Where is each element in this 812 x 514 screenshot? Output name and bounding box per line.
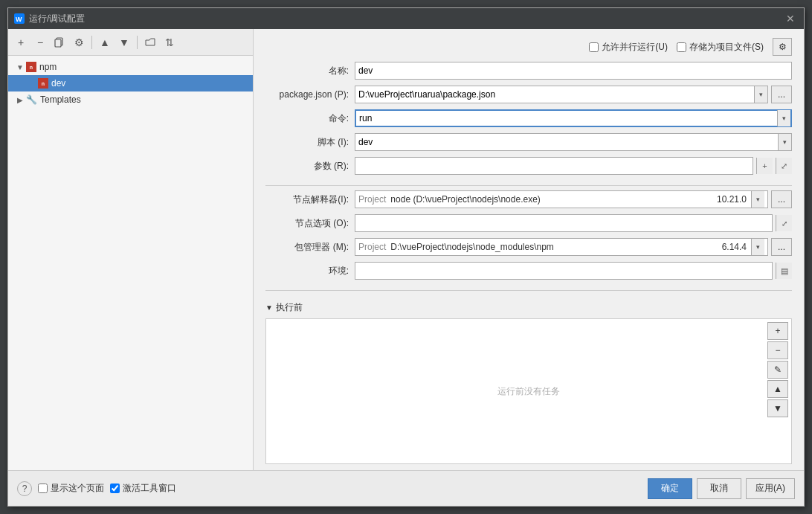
node-interpreter-path: node (D:\vueProject\nodejs\node.exe) — [390, 194, 540, 205]
add-config-button[interactable]: + — [13, 34, 29, 51]
settings-gear-button[interactable]: ⚙ — [773, 38, 792, 56]
folder-button[interactable] — [142, 34, 158, 51]
tree-dev-item[interactable]: n dev — [8, 75, 253, 91]
dev-item-label: dev — [51, 78, 65, 89]
node-interpreter-row: 节点解释器(I): Project node (D:\vueProject\no… — [265, 190, 792, 208]
env-control: ▤ — [355, 262, 792, 280]
params-label: 参数 (R): — [265, 160, 355, 173]
remove-config-button[interactable]: − — [32, 34, 48, 51]
env-input[interactable] — [358, 266, 769, 276]
env-label: 环境: — [265, 265, 355, 277]
command-dropdown: ▾ — [355, 109, 792, 127]
script-row: 脚本 (I): ▾ — [265, 133, 792, 151]
svg-rect-3 — [55, 39, 61, 47]
package-json-arrow[interactable]: ▾ — [754, 86, 767, 103]
command-row: 命令: ▾ — [265, 109, 792, 127]
node-interpreter-control: Project node (D:\vueProject\nodejs\node.… — [355, 190, 792, 208]
node-options-label: 节点选项 (O): — [265, 217, 355, 230]
script-input[interactable] — [355, 134, 778, 150]
package-manager-control: Project D:\vueProject\nodejs\node_module… — [355, 238, 792, 256]
params-input[interactable] — [358, 161, 750, 171]
copy-config-button[interactable] — [51, 34, 68, 51]
env-table-button[interactable]: ▤ — [776, 263, 792, 279]
activate-tool-input[interactable] — [110, 484, 120, 493]
package-manager-browse-button[interactable]: ... — [771, 238, 792, 256]
config-tree: ▼ n npm n dev ▶ 🔧 Templates — [8, 56, 253, 470]
before-run-up-button[interactable]: ▲ — [767, 380, 788, 398]
before-run-edit-button[interactable]: ✎ — [767, 361, 788, 379]
pkg-manager-version: 6.14.4 — [722, 242, 747, 252]
activate-tool-checkbox[interactable]: 激活工具窗口 — [110, 482, 176, 495]
allow-parallel-input[interactable] — [589, 42, 599, 52]
before-run-area: 运行前没有任务 + − ✎ ▲ ▼ — [265, 318, 792, 464]
help-button[interactable]: ? — [17, 481, 32, 496]
dev-toggle-icon — [26, 77, 38, 89]
ok-button[interactable]: 确定 — [648, 478, 692, 499]
env-area — [355, 262, 773, 280]
app-icon: W — [14, 13, 25, 24]
templates-label: Templates — [40, 94, 81, 105]
before-run-buttons: + − ✎ ▲ ▼ — [767, 322, 788, 417]
apply-button[interactable]: 应用(A) — [746, 478, 795, 499]
activate-tool-label: 激活工具窗口 — [123, 482, 176, 495]
before-run-toggle-icon[interactable]: ▼ — [265, 303, 273, 312]
top-checkboxes-row: 允许并行运行(U) 存储为项目文件(S) ⚙ — [265, 38, 792, 56]
store-as-project-input[interactable] — [677, 42, 686, 52]
package-json-dropdown: ▾ — [355, 86, 768, 103]
tree-npm-group[interactable]: ▼ n npm — [8, 59, 253, 75]
toolbar-separator-1 — [91, 36, 92, 49]
package-json-browse-button[interactable]: ... — [771, 86, 792, 103]
node-options-expand-button[interactable]: ⤢ — [776, 215, 792, 231]
package-manager-label: 包管理器 (M): — [265, 241, 355, 254]
templates-toggle-icon: ▶ — [14, 94, 26, 106]
show-page-checkbox[interactable]: 显示这个页面 — [38, 482, 104, 495]
node-dropdown-arrow[interactable]: ▾ — [751, 191, 764, 208]
close-button[interactable]: ✕ — [783, 11, 798, 26]
package-json-input[interactable] — [355, 86, 754, 103]
node-project-tag: Project — [358, 194, 386, 205]
before-run-down-button[interactable]: ▼ — [767, 399, 788, 417]
show-page-label: 显示这个页面 — [51, 482, 104, 495]
node-options-input[interactable] — [358, 218, 769, 228]
command-arrow[interactable]: ▾ — [777, 110, 790, 126]
show-page-input[interactable] — [38, 484, 48, 493]
before-run-remove-button[interactable]: − — [767, 341, 788, 359]
params-row: 参数 (R): + ⤢ — [265, 157, 792, 175]
npm-icon: n — [26, 62, 36, 72]
store-as-project-label: 存储为项目文件(S) — [689, 41, 764, 54]
dev-npm-icon: n — [38, 78, 48, 89]
command-label: 命令: — [265, 112, 355, 125]
npm-toggle-icon: ▼ — [14, 61, 26, 73]
package-json-control: ▾ ... — [355, 86, 792, 103]
allow-parallel-label: 允许并行运行(U) — [602, 41, 668, 54]
node-options-row: 节点选项 (O): ⤢ — [265, 214, 792, 232]
command-input[interactable] — [356, 111, 777, 126]
toolbar-separator-2 — [137, 36, 138, 49]
right-panel: 允许并行运行(U) 存储为项目文件(S) ⚙ 名称: package.json … — [254, 29, 804, 470]
separator-2 — [265, 290, 792, 291]
name-input[interactable] — [355, 62, 792, 80]
params-add-button[interactable]: + — [756, 158, 773, 174]
before-run-header: ▼ 执行前 — [265, 301, 792, 314]
store-as-project-checkbox[interactable]: 存储为项目文件(S) — [677, 41, 764, 54]
script-control: ▾ — [355, 133, 792, 151]
node-version: 10.21.0 — [717, 194, 747, 205]
before-run-add-button[interactable]: + — [767, 322, 788, 340]
cancel-button[interactable]: 取消 — [697, 478, 741, 499]
svg-text:W: W — [16, 16, 22, 23]
pkg-dropdown-arrow[interactable]: ▾ — [751, 239, 764, 255]
move-down-button[interactable]: ▼ — [116, 34, 132, 51]
node-interpreter-display: Project node (D:\vueProject\nodejs\node.… — [355, 190, 768, 208]
params-expand-button[interactable]: ⤢ — [776, 158, 792, 174]
node-interpreter-browse-button[interactable]: ... — [771, 190, 792, 208]
move-up-button[interactable]: ▲ — [97, 34, 113, 51]
footer-right: 确定 取消 应用(A) — [648, 478, 795, 499]
allow-parallel-checkbox[interactable]: 允许并行运行(U) — [589, 41, 668, 54]
script-arrow[interactable]: ▾ — [778, 134, 791, 150]
node-interpreter-label: 节点解释器(I): — [265, 193, 355, 206]
settings-button[interactable]: ⚙ — [71, 34, 87, 51]
package-json-row: package.json (P): ▾ ... — [265, 86, 792, 103]
name-label: 名称: — [265, 65, 355, 77]
tree-templates-item[interactable]: ▶ 🔧 Templates — [8, 91, 253, 108]
sort-button[interactable]: ⇅ — [161, 34, 178, 51]
